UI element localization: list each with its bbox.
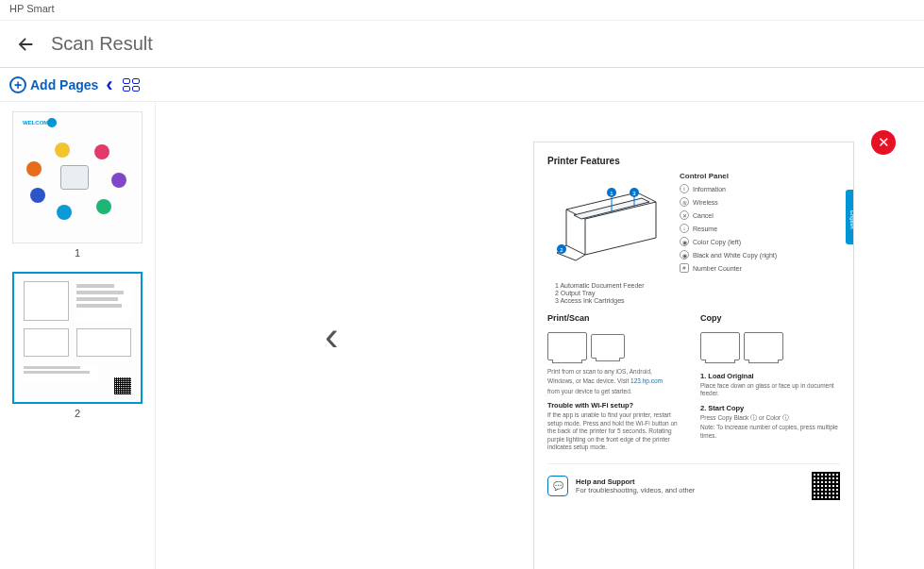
thumbnail-1[interactable]: WELCOME 1: [12, 111, 143, 259]
thumbnail-panel: WELCOME 1: [0, 102, 156, 569]
copy-printer-icon-1: [700, 332, 740, 360]
content-area: WELCOME 1: [0, 102, 924, 569]
back-button[interactable]: [13, 32, 38, 57]
printer-diagram: 1 2 3: [547, 172, 670, 276]
chevron-left-icon: ‹: [106, 73, 112, 97]
thumbnail-1-number: 1: [75, 247, 80, 259]
print-scan-section: Print/Scan Print from or scan to any iOS…: [547, 313, 687, 454]
resume-icon: ↓: [680, 224, 689, 233]
thumbnail-1-page: WELCOME: [12, 111, 143, 243]
plus-icon: +: [9, 76, 26, 93]
control-panel-title: Control Panel: [680, 172, 840, 180]
app-titlebar: HP Smart: [0, 0, 924, 21]
counter-icon: #: [680, 263, 689, 273]
copy-section: Copy 1. Load Original Place face down on…: [700, 313, 840, 454]
page-header: Scan Result: [0, 21, 924, 68]
scan-toolbar: + Add Pages ‹: [0, 68, 924, 102]
add-pages-button[interactable]: + Add Pages: [9, 76, 98, 93]
prev-page-button[interactable]: ‹: [325, 312, 339, 360]
page-title: Scan Result: [51, 33, 153, 55]
thumbnail-2-number: 2: [75, 408, 80, 419]
thumbnail-2-page: [12, 272, 143, 404]
feature-callouts: 1 Automatic Document Feeder 2 Output Tra…: [555, 282, 840, 304]
section-printer-features: Printer Features: [547, 156, 840, 166]
info-icon: i: [680, 184, 689, 193]
language-tab[interactable]: English: [846, 190, 854, 244]
help-support-title: Help and Support: [576, 477, 695, 486]
qr-code: [812, 472, 840, 500]
app-title: HP Smart: [9, 3, 54, 14]
chat-icon: 💬: [547, 476, 568, 496]
close-button[interactable]: ✕: [871, 130, 896, 155]
close-icon: ✕: [878, 134, 890, 151]
preview-area: ‹ ✕ English Printer Features: [156, 102, 924, 569]
wireless-icon: ≋: [680, 197, 689, 207]
laptop-icon: [591, 334, 625, 359]
cancel-icon: ✕: [680, 210, 689, 220]
thumbnail-2[interactable]: 2: [12, 272, 143, 419]
control-panel-legend: Control Panel iInformation ≋Wireless ✕Ca…: [680, 172, 840, 276]
printer-icon: [547, 332, 587, 360]
help-support-row: 💬 Help and Support For troubleshooting, …: [547, 463, 840, 500]
wifi-setup-heading: Trouble with Wi-Fi setup?: [547, 401, 687, 410]
copy-printer-icon-2: [744, 332, 783, 360]
bw-copy-icon: ◉: [680, 250, 689, 259]
grid-view-button[interactable]: [123, 78, 140, 92]
add-pages-label: Add Pages: [30, 77, 98, 92]
thumb1-welcome-text: WELCOME: [23, 120, 52, 126]
setup-link: 123.hp.com: [630, 377, 663, 384]
color-copy-icon: ◉: [680, 237, 689, 246]
document-preview: English Printer Features 1 2: [533, 142, 854, 569]
